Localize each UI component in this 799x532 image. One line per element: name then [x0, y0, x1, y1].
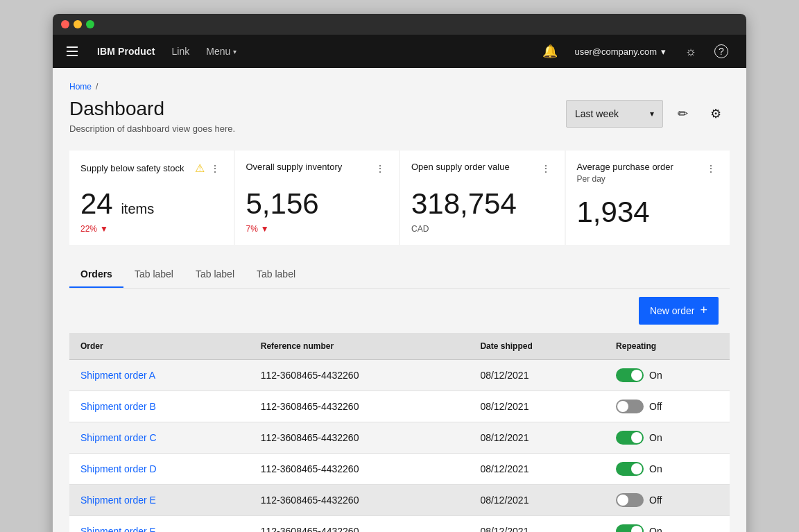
pencil-icon: ✏	[678, 106, 688, 121]
cell-ref: 112-3608465-4432260	[250, 453, 470, 484]
toggle-label: On	[649, 526, 662, 532]
toggle-wrapper: ✓On	[616, 524, 719, 532]
kpi-title: Supply below safety stock	[80, 163, 190, 173]
new-order-button[interactable]: New order +	[639, 297, 719, 325]
kpi-trend: 7% ▼	[246, 224, 388, 234]
tabs-list: Orders Tab label Tab label Tab label	[69, 261, 730, 288]
table-section: New order + Order Reference number Date …	[69, 289, 730, 532]
table-row: Shipment order F112-3608465-443226008/12…	[69, 515, 730, 532]
cell-ref: 112-3608465-4432260	[250, 515, 470, 532]
cell-repeating: ✓On	[605, 453, 730, 484]
user-profile-button[interactable]: user@company.com ▾	[567, 37, 674, 65]
nav-menu[interactable]: Menu ▾	[206, 46, 237, 57]
date-range-dropdown[interactable]: Last week ▾	[566, 100, 663, 128]
overflow-menu-icon[interactable]: ⋮	[703, 162, 719, 175]
repeating-toggle[interactable]	[616, 400, 644, 413]
page-header: Dashboard Description of dashboard view …	[69, 97, 730, 134]
chevron-down-icon: ▾	[650, 109, 654, 119]
overflow-menu-icon[interactable]: ⋮	[372, 162, 388, 175]
table-row: Shipment order E112-3608465-443226008/12…	[69, 484, 730, 515]
kpi-unit: items	[121, 201, 154, 216]
page-title-section: Dashboard Description of dashboard view …	[69, 97, 235, 134]
order-link[interactable]: Shipment order F	[80, 526, 155, 532]
cell-date: 08/12/2021	[469, 515, 605, 532]
tabs-container: Orders Tab label Tab label Tab label	[69, 261, 730, 289]
notification-button[interactable]: 🔔	[536, 37, 564, 65]
kpi-value: 24 items	[80, 189, 223, 218]
table-toolbar: New order +	[69, 289, 730, 333]
page-title: Dashboard	[69, 97, 235, 121]
toggle-label: Off	[649, 495, 662, 506]
repeating-toggle[interactable]: ✓	[616, 368, 644, 382]
kpi-title: Open supply order value	[411, 162, 538, 173]
repeating-toggle[interactable]	[616, 493, 644, 507]
main-content: Home / Dashboard Description of dashboar…	[53, 68, 746, 532]
toggle-label: On	[649, 370, 662, 381]
plus-icon: +	[700, 303, 707, 318]
toggle-wrapper: ✓On	[616, 431, 719, 445]
edit-button[interactable]: ✏	[669, 100, 696, 128]
repeating-toggle[interactable]: ✓	[616, 462, 644, 476]
cell-repeating: ✓On	[605, 515, 730, 532]
trend-down-icon: ▼	[100, 224, 108, 234]
window-maximize-dot[interactable]	[86, 20, 94, 28]
bell-icon: 🔔	[542, 44, 558, 59]
repeating-toggle[interactable]: ✓	[616, 431, 644, 445]
warning-icon: ⚠	[195, 162, 205, 175]
col-header-repeating: Repeating	[605, 333, 730, 360]
cell-date: 08/12/2021	[469, 453, 605, 484]
brightness-button[interactable]: ☼	[677, 37, 705, 65]
tab-label-3[interactable]: Tab label	[184, 261, 246, 288]
kpi-card-supply-safety: Supply below safety stock ⚠ ⋮ 24 items 2…	[69, 151, 234, 245]
cell-repeating: ✓On	[605, 359, 730, 391]
order-link[interactable]: Shipment order A	[80, 370, 155, 381]
kpi-value: 318,754	[411, 189, 553, 218]
kpi-title-group: Supply below safety stock	[80, 162, 190, 175]
cell-order: Shipment order F	[69, 515, 250, 532]
help-button[interactable]: ?	[707, 37, 735, 65]
cell-repeating: Off	[605, 391, 730, 422]
user-email: user@company.com	[575, 46, 657, 57]
kpi-card-header: Supply below safety stock ⚠ ⋮	[80, 162, 223, 175]
overflow-menu-icon[interactable]: ⋮	[207, 162, 223, 175]
kpi-title: Average purchase order	[577, 162, 679, 173]
tab-label-2[interactable]: Tab label	[123, 261, 184, 288]
order-link[interactable]: Shipment order B	[80, 401, 156, 412]
order-link[interactable]: Shipment order C	[80, 432, 157, 443]
browser-chrome	[53, 14, 746, 35]
overflow-menu-icon[interactable]: ⋮	[538, 162, 553, 175]
repeating-toggle[interactable]: ✓	[616, 524, 644, 532]
toggle-label: Off	[649, 401, 662, 412]
breadcrumb-home[interactable]: Home	[69, 82, 92, 92]
kpi-value: 1,934	[577, 198, 719, 227]
kpi-currency: CAD	[411, 224, 553, 234]
tab-label-4[interactable]: Tab label	[246, 261, 307, 288]
window-close-dot[interactable]	[61, 20, 69, 28]
tab-orders[interactable]: Orders	[69, 261, 123, 288]
hamburger-menu[interactable]	[64, 44, 80, 59]
window-minimize-dot[interactable]	[74, 20, 82, 28]
settings-button[interactable]: ⚙	[702, 100, 730, 128]
trend-down-icon: ▼	[261, 224, 269, 234]
kpi-trend: 22% ▼	[80, 224, 223, 234]
kpi-title-group: Average purchase order Per day	[577, 162, 679, 185]
kpi-card-supply-order-value: Open supply order value ⋮ 318,754 CAD	[400, 151, 565, 245]
order-link[interactable]: Shipment order E	[80, 495, 156, 506]
top-nav: IBM Product Link Menu ▾ 🔔 user@company.c…	[53, 35, 746, 68]
sun-icon: ☼	[685, 44, 697, 59]
breadcrumb: Home /	[69, 82, 730, 92]
nav-link[interactable]: Link	[172, 46, 190, 57]
chevron-down-icon: ▾	[661, 46, 666, 57]
kpi-card-header: Open supply order value ⋮	[411, 162, 553, 175]
new-order-label: New order	[650, 305, 695, 316]
cell-date: 08/12/2021	[469, 359, 605, 391]
kpi-card-supply-inventory: Overall supply inventory ⋮ 5,156 7% ▼	[235, 151, 400, 245]
toggle-label: On	[649, 432, 662, 443]
kpi-actions: ⋮	[372, 162, 388, 175]
order-link[interactable]: Shipment order D	[80, 463, 157, 474]
cell-date: 08/12/2021	[469, 391, 605, 422]
cell-ref: 112-3608465-4432260	[250, 484, 470, 515]
table-row: Shipment order C112-3608465-443226008/12…	[69, 422, 730, 453]
cell-repeating: Off	[605, 484, 730, 515]
chevron-down-icon: ▾	[233, 48, 237, 55]
